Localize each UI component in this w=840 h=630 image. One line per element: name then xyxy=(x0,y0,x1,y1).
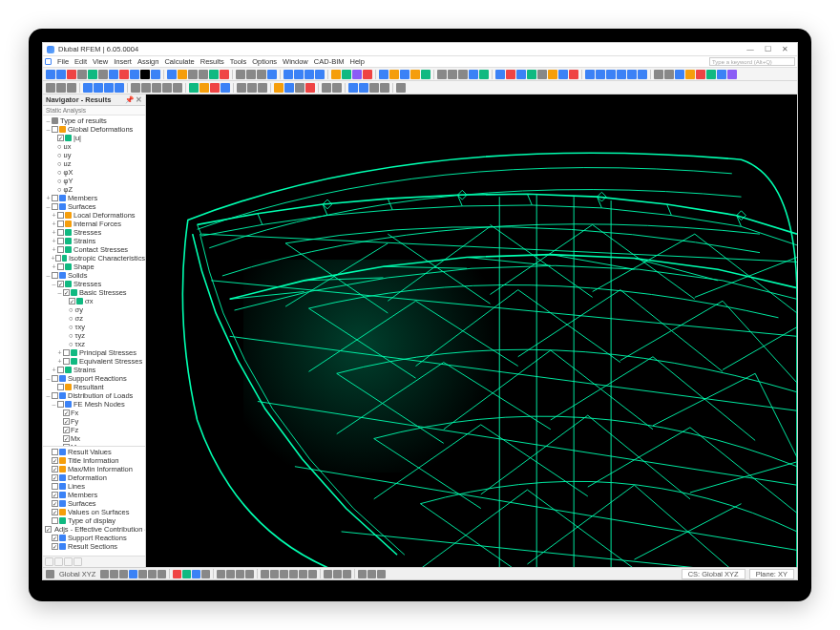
tree-node[interactable]: Deformation xyxy=(43,473,145,482)
toolbar-button[interactable] xyxy=(516,70,526,79)
tree-node[interactable]: Result Values xyxy=(43,448,145,456)
status-button[interactable] xyxy=(377,570,386,578)
toolbar-button[interactable] xyxy=(400,70,410,79)
tree-node[interactable]: ○ uy xyxy=(43,151,145,159)
checkbox[interactable] xyxy=(52,474,58,481)
menu-options[interactable]: Options xyxy=(252,57,277,66)
toolbar-button[interactable] xyxy=(109,70,118,79)
status-button[interactable] xyxy=(289,570,298,578)
toolbar-button[interactable] xyxy=(119,70,129,79)
toolbar-button[interactable] xyxy=(56,83,66,93)
menu-cad-bim[interactable]: CAD-BIM xyxy=(314,57,345,66)
status-button[interactable] xyxy=(119,570,128,578)
tree-node[interactable]: ○ φZ xyxy=(43,185,145,194)
close-button[interactable]: ✕ xyxy=(776,45,793,53)
toolbar-button[interactable] xyxy=(200,83,209,93)
display-options-tree[interactable]: Result ValuesTitle InformationMax/Min In… xyxy=(43,446,145,556)
toolbar-button[interactable] xyxy=(332,83,342,93)
toolbar-button[interactable] xyxy=(258,83,267,93)
toolbar-button[interactable] xyxy=(696,70,705,79)
tree-node[interactable]: Surfaces xyxy=(43,499,145,508)
toolbar-button[interactable] xyxy=(152,83,161,93)
toolbar-button[interactable] xyxy=(437,70,447,79)
results-tree[interactable]: –Type of results–Global Deformations|u|○… xyxy=(43,116,145,446)
menu-window[interactable]: Window xyxy=(283,57,308,66)
checkbox[interactable] xyxy=(52,509,58,515)
pin-icon[interactable]: 📌 ✕ xyxy=(125,95,142,104)
toolbar-button[interactable] xyxy=(173,83,182,93)
toolbar-button[interactable] xyxy=(585,70,595,79)
toolbar-button[interactable] xyxy=(596,70,605,79)
status-button[interactable] xyxy=(158,570,166,578)
toolbar-button[interactable] xyxy=(548,70,557,79)
tree-node[interactable]: Lines xyxy=(43,482,145,491)
checkbox[interactable] xyxy=(63,349,70,356)
checkbox[interactable] xyxy=(52,272,58,279)
tree-node[interactable]: –Surfaces xyxy=(43,202,145,211)
toolbar-button[interactable] xyxy=(380,83,389,93)
tree-node[interactable]: +Members xyxy=(43,194,145,202)
toolbar-button[interactable] xyxy=(617,70,626,79)
toolbar-button[interactable] xyxy=(479,70,489,79)
toolbar-button[interactable] xyxy=(363,70,372,79)
menu-calculate[interactable]: Calculate xyxy=(164,57,194,66)
toolbar-button[interactable] xyxy=(104,83,114,93)
tree-node[interactable]: +Strains xyxy=(43,237,145,245)
toolbar-button[interactable] xyxy=(606,70,616,79)
status-button[interactable] xyxy=(129,570,137,578)
tree-node[interactable]: ○ φY xyxy=(43,177,145,185)
menu-assign[interactable]: Assign xyxy=(137,57,159,66)
checkbox[interactable] xyxy=(57,281,64,287)
toolbar-button[interactable] xyxy=(305,83,315,93)
checkbox[interactable] xyxy=(57,367,64,373)
toolbar-button[interactable] xyxy=(369,83,379,93)
tree-node[interactable]: +Stresses xyxy=(43,228,145,237)
tree-node[interactable]: +Equivalent Stresses xyxy=(43,357,145,366)
toolbar-button[interactable] xyxy=(495,70,505,79)
toolbar-button[interactable] xyxy=(131,83,140,93)
status-plane[interactable]: Plane: XY xyxy=(749,569,794,579)
toolbar-button[interactable] xyxy=(130,70,139,79)
status-button[interactable] xyxy=(173,570,181,578)
nav-tab-3[interactable] xyxy=(64,557,73,566)
toolbar-button[interactable] xyxy=(237,83,246,93)
menu-results[interactable]: Results xyxy=(200,57,224,66)
toolbar-button[interactable] xyxy=(67,70,76,79)
toolbar-button[interactable] xyxy=(558,70,568,79)
toolbar-button[interactable] xyxy=(506,70,515,79)
checkbox[interactable] xyxy=(52,457,58,464)
checkbox[interactable] xyxy=(63,358,70,365)
tree-node[interactable]: ○ φX xyxy=(43,168,145,177)
checkbox[interactable] xyxy=(52,203,58,210)
tree-node[interactable]: Resultant xyxy=(43,383,145,391)
menu-view[interactable]: View xyxy=(93,57,108,66)
status-button[interactable] xyxy=(201,570,210,578)
toolbar-button[interactable] xyxy=(304,70,314,79)
toolbar-button[interactable] xyxy=(569,70,578,79)
checkbox[interactable] xyxy=(57,135,64,141)
nav-tab-1[interactable] xyxy=(45,557,53,566)
tree-node[interactable]: Fy xyxy=(43,417,145,426)
tree-node[interactable]: +Strains xyxy=(43,366,145,374)
checkbox[interactable] xyxy=(45,526,52,533)
toolbar-button[interactable] xyxy=(178,70,187,79)
toolbar-button[interactable] xyxy=(294,70,304,79)
checkbox[interactable] xyxy=(52,466,58,472)
checkbox[interactable] xyxy=(57,212,64,219)
toolbar-button[interactable] xyxy=(188,70,198,79)
tree-node[interactable]: Mx xyxy=(43,434,145,443)
checkbox[interactable] xyxy=(57,246,64,253)
status-button[interactable] xyxy=(100,570,109,578)
navigator-subheader[interactable]: Static Analysis xyxy=(43,106,145,116)
status-icon[interactable] xyxy=(46,570,54,578)
status-button[interactable] xyxy=(182,570,191,578)
checkbox[interactable] xyxy=(55,255,61,262)
toolbar-button[interactable] xyxy=(315,70,325,79)
tree-node[interactable]: Result Sections xyxy=(43,542,145,551)
checkbox[interactable] xyxy=(52,483,58,490)
status-button[interactable] xyxy=(280,570,288,578)
toolbar-button[interactable] xyxy=(94,83,103,93)
toolbar-button[interactable] xyxy=(717,70,726,79)
toolbar-button[interactable] xyxy=(98,70,108,79)
status-button[interactable] xyxy=(236,570,244,578)
